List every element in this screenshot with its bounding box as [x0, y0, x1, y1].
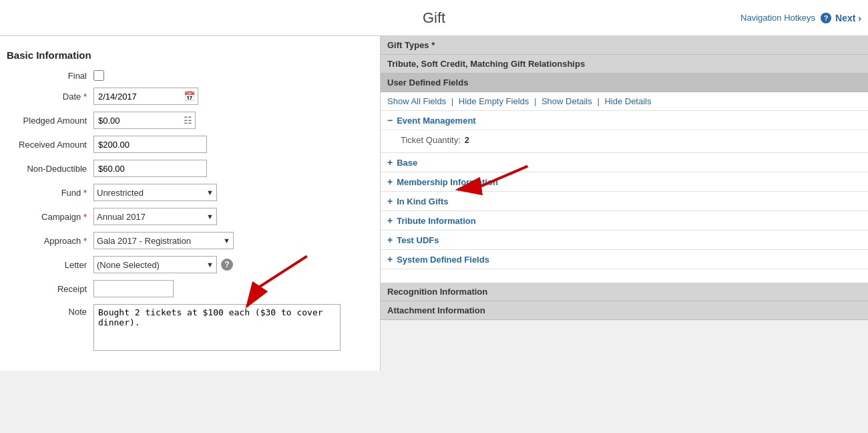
- campaign-dropdown-arrow: ▼: [206, 212, 214, 221]
- date-row: Date * 📅: [7, 88, 367, 105]
- approach-label: Approach *: [7, 236, 93, 246]
- separator-2: |: [534, 96, 539, 106]
- approach-dropdown-arrow: ▼: [223, 237, 230, 245]
- letter-dropdown-arrow: ▼: [206, 261, 214, 269]
- letter-select[interactable]: (None Selected) ▼: [93, 256, 217, 273]
- approach-select-value: Gala 2017 - Registration: [97, 236, 223, 246]
- separator-1: |: [451, 96, 456, 106]
- recognition-bar[interactable]: Recognition Information: [381, 283, 868, 301]
- hide-empty-fields-link[interactable]: Hide Empty Fields: [459, 96, 529, 106]
- show-details-link[interactable]: Show Details: [541, 96, 592, 106]
- attachment-bar[interactable]: Attachment Information: [381, 301, 868, 320]
- event-management-collapse-icon: −: [387, 115, 393, 126]
- tribute-soft-bar[interactable]: Tribute, Soft Credit, Matching Gift Rela…: [381, 55, 868, 74]
- event-management-header[interactable]: − Event Management: [381, 111, 868, 130]
- top-bar: Gift Navigation Hotkeys ? Next ›: [0, 0, 868, 36]
- campaign-row: Campaign * Annual 2017 ▼: [7, 208, 367, 225]
- base-label: Base: [397, 158, 417, 168]
- campaign-required-star: *: [83, 212, 87, 222]
- tribute-info-expand-icon: +: [387, 215, 393, 226]
- non-deductible-input[interactable]: [93, 160, 207, 177]
- base-group: + Base: [381, 153, 868, 172]
- separator-3: |: [597, 96, 602, 106]
- page-title: Gift: [423, 9, 445, 27]
- date-required-star: *: [83, 92, 87, 102]
- tribute-info-group: + Tribute Information: [381, 211, 868, 231]
- date-input[interactable]: [94, 88, 181, 104]
- ticket-quantity-label: Ticket Quantity:: [401, 135, 461, 145]
- receipt-input[interactable]: [93, 280, 174, 297]
- campaign-select-value: Annual 2017: [97, 212, 206, 222]
- non-deductible-label: Non-Deductible: [7, 164, 93, 174]
- gift-types-bar[interactable]: Gift Types *: [381, 36, 868, 55]
- fund-dropdown-arrow: ▼: [206, 188, 214, 196]
- nav-hotkeys-help-icon[interactable]: ?: [821, 13, 831, 23]
- user-defined-bar[interactable]: User Defined Fields: [381, 74, 868, 92]
- event-management-content: Ticket Quantity: 2: [381, 130, 868, 152]
- next-button[interactable]: Next ›: [835, 13, 861, 23]
- fund-label: Fund *: [7, 188, 93, 198]
- system-defined-header[interactable]: + System Defined Fields: [381, 250, 868, 269]
- test-udfs-header[interactable]: + Test UDFs: [381, 231, 868, 249]
- test-udfs-group: + Test UDFs: [381, 231, 868, 250]
- final-checkbox[interactable]: [93, 70, 104, 81]
- ticket-quantity-value: 2: [465, 135, 469, 145]
- receipt-row: Receipt: [7, 280, 367, 297]
- letter-select-value: (None Selected): [97, 260, 206, 270]
- right-panel: Gift Types * Tribute, Soft Credit, Match…: [381, 36, 868, 320]
- date-input-wrapper: 📅: [93, 88, 198, 105]
- main-layout: Basic Information Final Date * 📅: [0, 36, 868, 433]
- system-defined-label: System Defined Fields: [397, 255, 489, 265]
- membership-header[interactable]: + Membership Information: [381, 172, 868, 191]
- hide-details-link[interactable]: Hide Details: [604, 96, 651, 106]
- final-row: Final: [7, 70, 367, 81]
- in-kind-header[interactable]: + In Kind Gifts: [381, 192, 868, 210]
- note-textarea[interactable]: Bought 2 tickets at $100 each ($30 to co…: [93, 304, 341, 351]
- approach-row: Approach * Gala 2017 - Registration ▼: [7, 232, 367, 249]
- pledged-label: Pledged Amount: [7, 116, 93, 126]
- pledged-input[interactable]: [94, 112, 181, 128]
- pledged-icon[interactable]: ☷: [181, 115, 195, 126]
- show-all-fields-link[interactable]: Show All Fields: [387, 96, 446, 106]
- fund-select[interactable]: Unrestricted ▼: [93, 184, 217, 201]
- calendar-icon[interactable]: 📅: [181, 91, 198, 102]
- date-label: Date *: [7, 92, 93, 102]
- receipt-label: Receipt: [7, 284, 93, 294]
- in-kind-expand-icon: +: [387, 196, 393, 206]
- final-label: Final: [7, 71, 93, 81]
- in-kind-label: In Kind Gifts: [397, 196, 448, 206]
- approach-required-star: *: [83, 236, 87, 246]
- letter-help-icon[interactable]: ?: [221, 259, 233, 271]
- membership-label: Membership Information: [397, 177, 498, 187]
- fund-row: Fund * Unrestricted ▼: [7, 184, 367, 201]
- membership-group: + Membership Information: [381, 172, 868, 192]
- received-input[interactable]: [93, 136, 207, 153]
- tribute-info-header[interactable]: + Tribute Information: [381, 211, 868, 230]
- note-row: Note Bought 2 tickets at $100 each ($30 …: [7, 304, 367, 351]
- system-defined-group: + System Defined Fields: [381, 250, 868, 269]
- pledged-input-wrapper: ☷: [93, 112, 196, 129]
- membership-expand-icon: +: [387, 176, 393, 187]
- approach-select[interactable]: Gala 2017 - Registration ▼: [93, 232, 234, 249]
- note-label: Note: [7, 304, 93, 317]
- basic-information-title: Basic Information: [7, 49, 367, 61]
- base-expand-icon: +: [387, 157, 393, 168]
- received-label: Received Amount: [7, 140, 93, 150]
- system-defined-expand-icon: +: [387, 254, 393, 265]
- campaign-select[interactable]: Annual 2017 ▼: [93, 208, 217, 225]
- fund-select-value: Unrestricted: [97, 188, 206, 198]
- base-header[interactable]: + Base: [381, 153, 868, 172]
- event-management-label: Event Management: [397, 116, 475, 126]
- left-panel-wrapper: Basic Information Final Date * 📅: [0, 36, 381, 433]
- test-udfs-label: Test UDFs: [397, 235, 439, 245]
- links-bar: Show All Fields | Hide Empty Fields | Sh…: [381, 92, 868, 111]
- campaign-label: Campaign *: [7, 212, 93, 222]
- nav-hotkeys-link[interactable]: Navigation Hotkeys: [740, 13, 815, 23]
- fund-required-star: *: [83, 188, 87, 198]
- left-panel: Basic Information Final Date * 📅: [0, 36, 381, 371]
- right-panel-wrapper: Gift Types * Tribute, Soft Credit, Match…: [381, 36, 868, 433]
- top-bar-actions: Navigation Hotkeys ? Next ›: [740, 13, 861, 23]
- test-udfs-expand-icon: +: [387, 235, 393, 245]
- ticket-quantity-row: Ticket Quantity: 2: [401, 133, 861, 147]
- non-deductible-row: Non-Deductible: [7, 160, 367, 177]
